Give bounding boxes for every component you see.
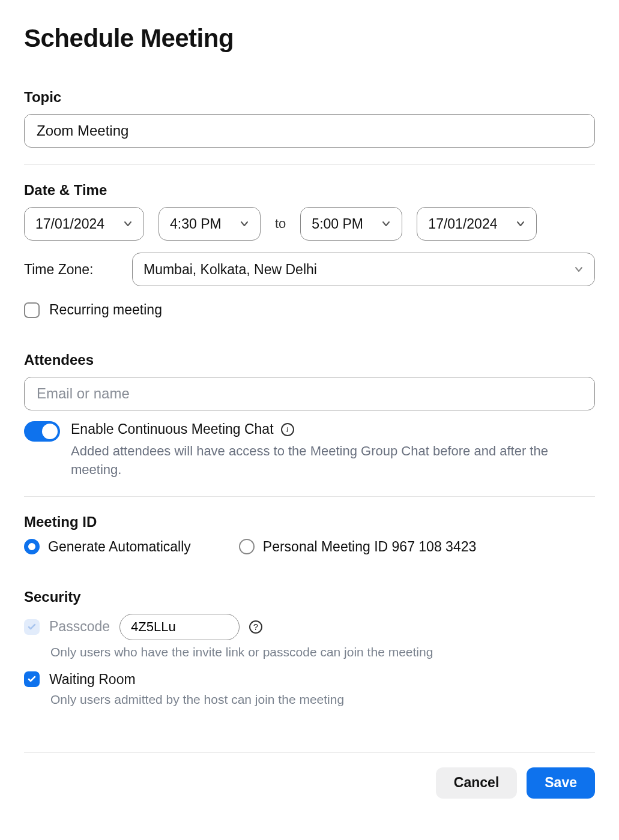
radio-generate-auto[interactable]: Generate Automatically [24,539,191,555]
radio-personal-id-label: Personal Meeting ID 967 108 3423 [263,539,476,555]
to-label: to [275,216,286,232]
timezone-select[interactable]: Mumbai, Kolkata, New Delhi [132,253,595,286]
radio-personal-id[interactable]: Personal Meeting ID 967 108 3423 [239,539,476,555]
passcode-label: Passcode [49,619,110,635]
continuous-chat-toggle[interactable] [24,421,60,442]
save-button[interactable]: Save [527,767,595,799]
chevron-down-icon [123,219,133,229]
meeting-id-label: Meeting ID [24,514,595,530]
chevron-down-icon [574,265,584,274]
start-date-value: 17/01/2024 [35,216,104,232]
end-time-select[interactable]: 5:00 PM [300,207,402,241]
radio-icon [239,539,255,554]
radio-generate-auto-label: Generate Automatically [48,539,191,555]
start-time-select[interactable]: 4:30 PM [159,207,261,241]
start-date-select[interactable]: 17/01/2024 [24,207,144,241]
passcode-desc: Only users who have the invite link or p… [50,645,595,659]
start-time-value: 4:30 PM [170,216,222,232]
passcode-input[interactable] [119,614,240,640]
chevron-down-icon [516,219,525,229]
continuous-chat-desc: Added attendees will have access to the … [71,442,595,479]
page-title: Schedule Meeting [24,24,595,53]
attendees-label: Attendees [24,352,595,368]
end-date-value: 17/01/2024 [428,216,497,232]
cancel-button[interactable]: Cancel [436,767,517,799]
attendees-input[interactable] [24,377,595,410]
help-icon[interactable]: ? [249,620,262,634]
waiting-room-checkbox[interactable] [24,671,40,687]
recurring-checkbox[interactable] [24,302,40,318]
topic-label: Topic [24,89,595,106]
chevron-down-icon [240,219,249,229]
continuous-chat-label: Enable Continuous Meeting Chat [71,421,274,437]
info-icon[interactable]: i [281,423,294,436]
datetime-label: Date & Time [24,182,595,199]
waiting-room-label: Waiting Room [49,671,136,688]
timezone-label: Time Zone: [24,262,108,278]
timezone-value: Mumbai, Kolkata, New Delhi [143,262,317,278]
end-time-value: 5:00 PM [312,216,363,232]
radio-icon [24,539,40,554]
security-label: Security [24,589,595,605]
end-date-select[interactable]: 17/01/2024 [417,207,537,241]
chevron-down-icon [381,219,391,229]
topic-input[interactable] [24,114,595,148]
passcode-checkbox[interactable] [24,619,40,635]
recurring-label: Recurring meeting [49,302,162,318]
waiting-room-desc: Only users admitted by the host can join… [50,692,595,707]
